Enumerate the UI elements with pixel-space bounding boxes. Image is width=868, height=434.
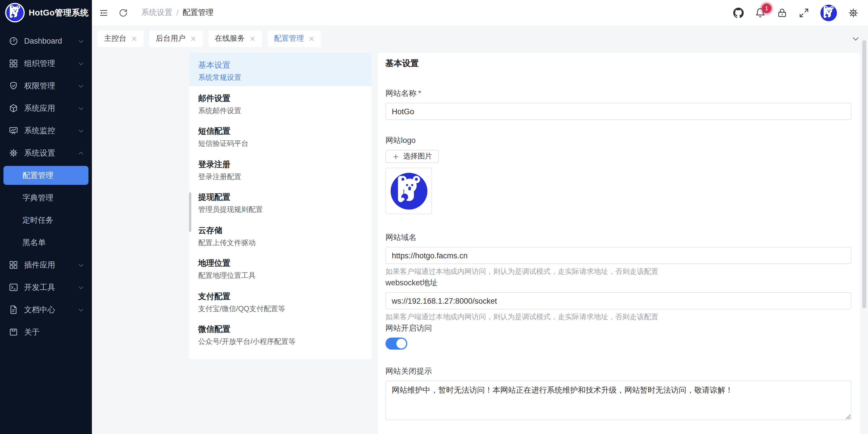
sidebar-item-monitor[interactable]: 系统监控 — [0, 120, 92, 142]
sidebar-item-docs[interactable]: 文档中心 — [0, 299, 92, 321]
sidebar-item-label: 插件应用 — [24, 260, 78, 270]
sidebar-item-settings[interactable]: 系统设置 — [0, 142, 92, 164]
breadcrumb-current[interactable]: 配置管理 — [183, 7, 214, 18]
site-open-label: 网站开启访问 — [385, 323, 851, 334]
settings-nav-item-pay[interactable]: 支付配置 支付宝/微信/QQ支付配置等 — [189, 284, 372, 317]
chevron-up-icon — [78, 149, 85, 157]
sidebar: HotGo管理系统 Dashboard 组织管理 权限管理 系统应用 — [0, 0, 92, 434]
sidebar-item-label: 组织管理 — [24, 58, 78, 69]
breadcrumb-separator: / — [176, 8, 179, 17]
sidebar-item-devtools[interactable]: 开发工具 — [0, 276, 92, 299]
settings-nav-desc: 短信验证码平台 — [198, 138, 363, 149]
notifications[interactable]: 1 — [755, 7, 766, 18]
site-logo-label: 网站logo — [385, 135, 851, 146]
sidebar-item-label: 系统监控 — [24, 126, 78, 136]
chevron-down-icon — [78, 60, 85, 67]
tab-admin-users[interactable]: 后台用户 — [149, 30, 203, 47]
sidebar-item-label: Dashboard — [24, 37, 78, 45]
site-logo-preview[interactable] — [385, 168, 432, 214]
monitor-icon — [9, 126, 19, 135]
settings-nav-desc: 登录注册配置 — [198, 171, 363, 182]
settings-nav-title: 地理位置 — [198, 257, 363, 269]
topbar: 系统设置 / 配置管理 1 — [92, 0, 868, 25]
pick-image-label: 选择图片 — [403, 152, 432, 161]
settings-nav-item-login[interactable]: 登录注册 登录注册配置 — [189, 152, 372, 185]
koala-logo-icon — [6, 4, 24, 21]
dashboard-icon — [9, 36, 19, 46]
close-icon[interactable] — [190, 35, 196, 42]
domain-help: 如果客户端通过本地或内网访问，则认为是调试模式，走实际请求地址，否则走该配置 — [385, 267, 851, 277]
github-icon[interactable] — [733, 7, 744, 18]
close-tip-label: 网站关闭提示 — [385, 366, 851, 376]
sidebar-subitem-config-active[interactable]: 配置管理 — [3, 166, 89, 185]
settings-nav-item-geo[interactable]: 地理位置 配置地理位置工具 — [189, 251, 372, 284]
chevron-down-icon — [78, 306, 85, 313]
close-icon[interactable] — [131, 35, 137, 42]
site-name-input[interactable] — [385, 103, 851, 120]
chevron-down-icon[interactable] — [851, 34, 860, 43]
tab-config-active[interactable]: 配置管理 — [268, 30, 321, 47]
sidebar-item-about[interactable]: 关于 — [0, 321, 92, 343]
shield-check-icon — [9, 81, 19, 91]
sidebar-subitem-label: 黑名单 — [22, 237, 85, 248]
settings-nav-title: 基本设置 — [198, 59, 363, 71]
settings-nav-item-wechat[interactable]: 微信配置 公众号/开放平台/小程序配置等 — [189, 317, 372, 350]
avatar[interactable] — [820, 4, 837, 21]
settings-nav-item-email[interactable]: 邮件设置 系统邮件设置 — [189, 86, 372, 119]
settings-nav-item-withdraw[interactable]: 提现配置 管理员提现规则配置 — [189, 185, 372, 218]
basic-settings-form: 基本设置 网站名称* 网站logo 选择图片 网站域名 如果客户端通过本地或内网… — [378, 53, 860, 434]
content: 基本设置 系统常规设置 邮件设置 系统邮件设置 短信配置 短信验证码平台 登录注… — [184, 52, 868, 434]
sidebar-item-system-app[interactable]: 系统应用 — [0, 97, 92, 120]
settings-nav-desc: 支付宝/微信/QQ支付配置等 — [198, 303, 363, 314]
close-tip-textarea[interactable]: 网站维护中，暂时无法访问！本网站正在进行系统维护和技术升级，网站暂时无法访问，敬… — [385, 380, 851, 420]
settings-nav-title: 支付配置 — [198, 290, 363, 302]
settings-nav-desc: 管理员提现规则配置 — [198, 204, 363, 215]
app-window: HotGo管理系统 Dashboard 组织管理 权限管理 系统应用 — [0, 0, 868, 434]
settings-nav-item-storage[interactable]: 云存储 配置上传文件驱动 — [189, 218, 372, 251]
settings-nav-desc: 配置地理位置工具 — [198, 270, 363, 281]
refresh-icon[interactable] — [118, 8, 128, 18]
tab-label: 主控台 — [104, 33, 126, 44]
settings-nav-title: 提现配置 — [198, 191, 363, 203]
sidebar-subitem-dict[interactable]: 字典管理 — [0, 187, 92, 209]
menu-fold-icon[interactable] — [99, 8, 108, 18]
sidebar-subitem-label: 配置管理 — [22, 170, 54, 180]
grid-icon — [9, 260, 19, 270]
settings-nav-scrollbar[interactable] — [189, 192, 191, 232]
close-icon[interactable] — [249, 35, 256, 42]
lock-icon[interactable] — [777, 7, 787, 18]
settings-nav-item-sms[interactable]: 短信配置 短信验证码平台 — [189, 119, 372, 152]
chevron-down-icon — [78, 82, 85, 89]
gear-icon — [9, 148, 19, 158]
pick-image-button[interactable]: 选择图片 — [385, 150, 439, 163]
close-icon[interactable] — [308, 35, 315, 42]
fullscreen-icon[interactable] — [799, 7, 809, 18]
settings-nav-desc: 系统邮件设置 — [198, 105, 363, 116]
sidebar-item-plugins[interactable]: 插件应用 — [0, 254, 92, 276]
settings-nav-item-basic[interactable]: 基本设置 系统常规设置 — [189, 53, 372, 86]
gear-icon[interactable] — [848, 7, 859, 18]
sidebar-item-label: 开发工具 — [24, 282, 78, 293]
breadcrumb-parent[interactable]: 系统设置 — [141, 7, 172, 18]
main-area: 系统设置 / 配置管理 1 主控台 — [92, 0, 868, 434]
page-scrollbar[interactable] — [862, 40, 866, 308]
toggle-knob — [396, 339, 406, 348]
sidebar-item-label: 系统应用 — [24, 103, 78, 113]
settings-nav-title: 登录注册 — [198, 158, 363, 170]
tab-online-service[interactable]: 在线服务 — [209, 30, 262, 47]
sidebar-item-label: 系统设置 — [24, 148, 78, 158]
site-open-toggle[interactable] — [385, 338, 407, 349]
koala-logo-image — [390, 172, 427, 209]
notification-badge: 1 — [762, 3, 772, 13]
chevron-down-icon — [78, 262, 85, 268]
settings-nav: 基本设置 系统常规设置 邮件设置 系统邮件设置 短信配置 短信验证码平台 登录注… — [189, 53, 372, 359]
sidebar-item-permission[interactable]: 权限管理 — [0, 75, 92, 97]
domain-input[interactable] — [385, 247, 851, 264]
sidebar-subitem-blacklist[interactable]: 黑名单 — [0, 231, 92, 254]
sidebar-item-org[interactable]: 组织管理 — [0, 52, 92, 75]
sidebar-item-dashboard[interactable]: Dashboard — [0, 30, 92, 52]
sidebar-subitem-cron[interactable]: 定时任务 — [0, 209, 92, 231]
tab-label: 配置管理 — [274, 33, 304, 44]
tab-console[interactable]: 主控台 — [98, 30, 144, 47]
websocket-input[interactable] — [385, 292, 851, 309]
